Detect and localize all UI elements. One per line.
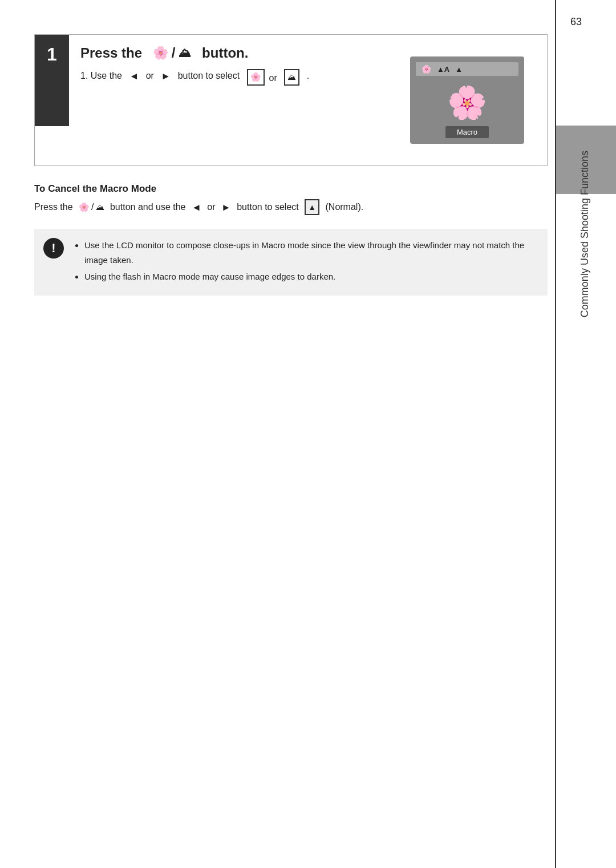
warning-icon: ! [43, 238, 64, 259]
arrow-left-icon: ◄ [129, 69, 139, 84]
macro-button-icon: 🌸 [153, 46, 168, 60]
sidebar-label-text: Commonly Used Shooting Functions [579, 151, 591, 317]
arrow-right-icon: ► [161, 69, 171, 84]
or1-text: or [146, 69, 154, 83]
sidebar-label: Commonly Used Shooting Functions [559, 114, 610, 354]
cancel-title: To Cancel the Macro Mode [34, 183, 548, 195]
main-content: 1 Press the 🌸 / ⛰ button. [34, 34, 548, 834]
mountain-button-icon: ⛰ [179, 46, 191, 60]
cancel-text: Press the 🌸 / ⛰ button and use the ◄ or … [34, 199, 548, 215]
warning-icon-text: ! [51, 241, 55, 256]
period: . [307, 69, 309, 83]
warning-text: Use the LCD monitor to compose close-ups… [73, 238, 536, 286]
step-instruction: 1. Use the ◄ or ► button to select 🌸 or [80, 69, 410, 86]
step-title-slash: / [172, 45, 176, 61]
warning-box: ! Use the LCD monitor to compose close-u… [34, 229, 548, 296]
normal-select-icon: ▲ [305, 199, 319, 215]
cancel-prefix: Press the [34, 200, 73, 215]
cancel-arrow-right: ► [221, 200, 231, 215]
cancel-button-icon2: ⛰ [96, 200, 104, 214]
step-title-suffix: button. [202, 45, 248, 61]
step-number: 1 [35, 35, 69, 126]
cancel-button-icon1: 🌸 [79, 200, 90, 214]
step-row: Press the 🌸 / ⛰ button. 1. Use the ◄ [80, 45, 536, 155]
step-content: Press the 🌸 / ⛰ button. 1. Use the ◄ [69, 35, 547, 165]
cancel-section: To Cancel the Macro Mode Press the 🌸 / ⛰… [34, 183, 548, 215]
cancel-select: button to select [237, 200, 299, 215]
or2-text: or [269, 71, 277, 85]
step-title: Press the 🌸 / ⛰ button. [80, 45, 410, 61]
camera-preview-wrapper: 🌸 ▲A ▲ 🌸 Macro [410, 45, 536, 155]
warning-item-2: Using the flash in Macro mode may cause … [84, 269, 536, 284]
preview-macro-icon: 🌸 [422, 64, 431, 74]
preview-auto-icon: ▲A [437, 65, 449, 74]
cancel-suffix: (Normal). [326, 200, 364, 215]
page-number: 63 [570, 16, 582, 28]
macro-label: Macro [445, 126, 489, 138]
instruction-middle: button to select [178, 69, 240, 83]
step-text-area: Press the 🌸 / ⛰ button. 1. Use the ◄ [80, 45, 410, 155]
warning-list: Use the LCD monitor to compose close-ups… [73, 238, 536, 284]
preview-normal-icon: ▲ [455, 65, 463, 74]
cancel-middle: button and use the [110, 200, 186, 215]
cancel-or: or [207, 200, 215, 215]
step-1-box: 1 Press the 🌸 / ⛰ button. [34, 34, 548, 166]
cancel-slash: / [91, 200, 94, 215]
camera-preview: 🌸 ▲A ▲ 🌸 Macro [410, 56, 524, 144]
warning-item-1: Use the LCD monitor to compose close-ups… [84, 238, 536, 267]
cancel-arrow-left: ◄ [192, 200, 201, 215]
macro-icon-large: 🌸 [447, 84, 487, 122]
macro-select-icon: 🌸 [247, 69, 265, 86]
step-title-prefix: Press the [80, 45, 142, 61]
camera-icons-row: 🌸 ▲A ▲ [416, 62, 518, 76]
mountain-select-icon: ⛰ [284, 69, 299, 86]
instruction-prefix: 1. Use the [80, 69, 122, 83]
